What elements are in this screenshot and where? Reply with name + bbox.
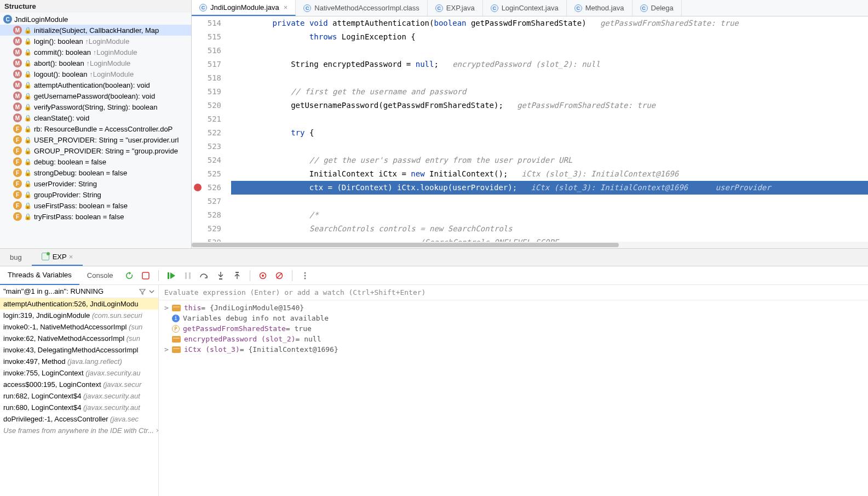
close-icon[interactable]: × — [284, 3, 288, 12]
resume-button[interactable] — [165, 270, 177, 282]
code-line[interactable]: try { — [231, 126, 868, 140]
code-line[interactable]: throws LoginException { — [231, 30, 868, 44]
stack-frame[interactable]: invoke:43, DelegatingMethodAccessorImpl — [0, 344, 158, 356]
structure-item[interactable]: CJndiLoginModule — [0, 14, 191, 25]
line-number[interactable]: 517 — [192, 58, 221, 71]
stack-frame[interactable]: access$000:195, LoginContext (javax.secu… — [0, 379, 158, 390]
code-line[interactable]: getUsernamePassword(getPasswdFromSharedS… — [231, 99, 868, 112]
line-number[interactable]: 519 — [192, 85, 221, 99]
stack-frame[interactable]: run:680, LoginContext$4 (javax.security.… — [0, 402, 158, 413]
variable-row[interactable]: >this = {JndiLoginModule@1540} — [162, 303, 865, 313]
line-number[interactable]: 529 — [192, 222, 221, 236]
thread-selector[interactable]: "main"@1 in g...ain": RUNNING — [0, 285, 158, 298]
structure-item[interactable]: F🔒tryFirstPass: boolean = false — [0, 211, 191, 222]
variable-row[interactable]: >iCtx (slot_3) = {InitialContext@1696} — [162, 344, 865, 355]
structure-item[interactable]: F🔒debug: boolean = false — [0, 156, 191, 167]
structure-item[interactable]: F🔒USER_PROVIDER: String = "user.provider… — [0, 134, 191, 145]
stack-frame[interactable]: run:682, LoginContext$4 (javax.security.… — [0, 390, 158, 402]
code-line[interactable] — [231, 112, 868, 126]
filter-icon[interactable] — [139, 288, 146, 295]
code-line[interactable]: String encryptedPassword = null; encrypt… — [231, 58, 868, 71]
code-line[interactable] — [231, 140, 868, 153]
code-line[interactable] — [231, 44, 868, 58]
pause-button[interactable] — [182, 270, 194, 282]
structure-item[interactable]: M🔒cleanState(): void — [0, 112, 191, 123]
breakpoint-icon[interactable] — [194, 184, 202, 191]
code-line[interactable]: ctx = (DirContext) iCtx.lookup(userProvi… — [231, 181, 868, 195]
editor-tab[interactable]: CMethod.java — [567, 0, 633, 16]
stack-frame[interactable]: login:319, JndiLoginModule (com.sun.secu… — [0, 310, 158, 321]
line-number[interactable]: 524 — [192, 153, 221, 167]
horizontal-scrollbar[interactable] — [192, 242, 868, 248]
structure-item[interactable]: F🔒strongDebug: boolean = false — [0, 167, 191, 178]
expand-arrow[interactable]: > — [164, 345, 172, 354]
structure-item[interactable]: M🔒getUsernamePassword(boolean): void — [0, 90, 191, 101]
line-number[interactable]: 515 — [192, 30, 221, 44]
line-number[interactable]: 520 — [192, 99, 221, 112]
structure-item[interactable]: M🔒commit(): boolean ↑LoginModule — [0, 47, 191, 58]
editor-tab[interactable]: CNativeMethodAccessorImpl.class — [296, 0, 427, 16]
line-number[interactable]: 527 — [192, 195, 221, 208]
debug-tab-exp[interactable]: EXP× — [32, 249, 83, 266]
mute-breakpoints-button[interactable] — [273, 270, 285, 282]
structure-item[interactable]: M🔒abort(): boolean ↑LoginModule — [0, 58, 191, 69]
code-line[interactable]: private void attemptAuthentication(boole… — [231, 16, 868, 30]
view-breakpoints-button[interactable] — [257, 270, 269, 282]
svg-point-7 — [262, 275, 264, 277]
stack-frame[interactable]: invoke:497, Method (java.lang.reflect) — [0, 356, 158, 367]
code-area[interactable]: 5145155165175185195205215225235245255265… — [192, 16, 868, 248]
step-into-button[interactable] — [215, 270, 227, 282]
line-number[interactable]: 528 — [192, 208, 221, 222]
more-button[interactable] — [299, 270, 311, 282]
variable-row[interactable]: encryptedPassword (slot_2) = null — [162, 334, 865, 344]
structure-item[interactable]: F🔒rb: ResourceBundle = AccessController.… — [0, 123, 191, 134]
structure-item[interactable]: F🔒useFirstPass: boolean = false — [0, 200, 191, 211]
code-line[interactable] — [231, 195, 868, 208]
structure-item[interactable]: M🔒verifyPassword(String, String): boolea… — [0, 101, 191, 112]
structure-item[interactable]: M🔒initialize(Subject, CallbackHandler, M… — [0, 25, 191, 36]
line-number[interactable]: 514 — [192, 16, 221, 30]
structure-item[interactable]: M🔒attemptAuthentication(boolean): void — [0, 79, 191, 90]
line-number[interactable]: 525 — [192, 167, 221, 181]
line-number[interactable]: 521 — [192, 112, 221, 126]
code-body[interactable]: private void attemptAuthentication(boole… — [231, 16, 868, 248]
line-number[interactable]: 526 — [192, 181, 221, 195]
stack-frame[interactable]: doPrivileged:-1, AccessController (java.… — [0, 413, 158, 425]
code-line[interactable]: /* — [231, 208, 868, 222]
editor-tab[interactable]: CDelega — [633, 0, 682, 16]
code-line[interactable]: // first get the username and password — [231, 85, 868, 99]
console-tab[interactable]: Console — [79, 266, 121, 285]
chevron-down-icon — [148, 288, 155, 295]
code-line[interactable]: // get the user's passwd entry from the … — [231, 153, 868, 167]
editor-tab[interactable]: CEXP.java — [428, 0, 483, 16]
variable-row[interactable]: iVariables debug info not available — [162, 313, 865, 323]
line-number[interactable]: 518 — [192, 71, 221, 85]
line-number[interactable]: 516 — [192, 44, 221, 58]
code-line[interactable] — [231, 71, 868, 85]
evaluate-input[interactable]: Evaluate expression (Enter) or add a wat… — [159, 285, 868, 300]
rerun-button[interactable] — [123, 270, 135, 282]
structure-item[interactable]: M🔒logout(): boolean ↑LoginModule — [0, 69, 191, 79]
line-number[interactable]: 522 — [192, 126, 221, 140]
debug-tab-bug[interactable]: bug — [0, 249, 32, 266]
editor-tab[interactable]: CLoginContext.java — [483, 0, 567, 16]
stop-button[interactable] — [140, 270, 152, 282]
stack-frame[interactable]: attemptAuthentication:526, JndiLoginModu — [0, 298, 158, 310]
close-icon[interactable]: × — [69, 253, 73, 261]
stack-frame[interactable]: invoke0:-1, NativeMethodAccessorImpl (su… — [0, 321, 158, 333]
variable-row[interactable]: PgetPasswdFromSharedState = true — [162, 323, 865, 334]
step-out-button[interactable] — [231, 270, 243, 282]
structure-item[interactable]: F🔒groupProvider: String — [0, 189, 191, 200]
structure-item[interactable]: M🔒login(): boolean ↑LoginModule — [0, 36, 191, 47]
structure-item[interactable]: F🔒GROUP_PROVIDER: String = "group.provid… — [0, 145, 191, 156]
stack-frame[interactable]: invoke:62, NativeMethodAccessorImpl (sun — [0, 333, 158, 344]
editor-tab[interactable]: CJndiLoginModule.java× — [192, 0, 296, 16]
stack-frame[interactable]: invoke:755, LoginContext (javax.security… — [0, 367, 158, 379]
line-number[interactable]: 523 — [192, 140, 221, 153]
code-line[interactable]: InitialContext iCtx = new InitialContext… — [231, 167, 868, 181]
structure-item[interactable]: F🔒userProvider: String — [0, 178, 191, 189]
code-line[interactable]: SearchControls controls = new SearchCont… — [231, 222, 868, 236]
step-over-button[interactable] — [198, 270, 210, 282]
expand-arrow[interactable]: > — [164, 304, 172, 312]
threads-variables-tab[interactable]: Threads & Variables — [0, 266, 79, 285]
